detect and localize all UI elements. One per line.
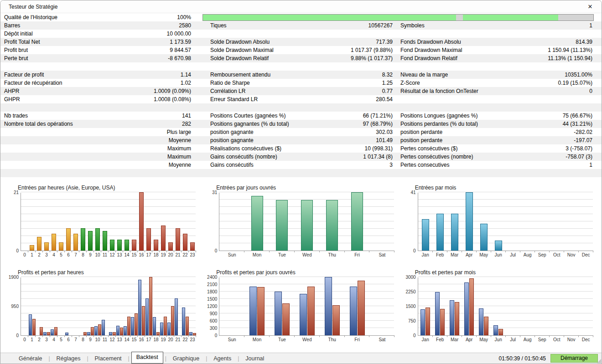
- x-axis-label: Jan: [418, 252, 433, 257]
- stat-label: Pertes consécutives (nombre): [400, 153, 473, 161]
- stats-cell: Résultat de la fonction OnTester0: [397, 87, 602, 95]
- stat-value: 1.0009 (0.09%): [154, 87, 191, 95]
- x-axis-label: Sep: [535, 252, 550, 257]
- stats-cell: position gagnante302.03: [199, 128, 397, 136]
- tab-divider: |: [87, 355, 88, 362]
- title-bar: Testeur de Stratégie ✕: [0, 0, 602, 13]
- stats-cell: [397, 95, 602, 103]
- x-axis-label: 11: [101, 252, 109, 257]
- stats-cell: [397, 30, 602, 38]
- stats-cell: Corrélation LR0.77: [199, 87, 397, 95]
- loss-bar: [120, 328, 123, 335]
- progress-segment: [203, 15, 456, 21]
- entries-bar: [59, 242, 63, 251]
- stat-value: 717.39: [376, 38, 393, 46]
- profit-bar: [350, 287, 357, 335]
- stat-label: Positions perdantes (% du total): [400, 120, 478, 128]
- plot-area: 0750150022503000JanFebMarAprMayJunJulAug…: [418, 277, 593, 336]
- x-axis-label: Tue: [270, 252, 295, 257]
- gridline: [418, 291, 593, 292]
- stats-cell: Réalisations consécutives ($)10 (998.31): [199, 144, 397, 153]
- loss-bar: [498, 329, 503, 336]
- stats-row: Nombre total des opérations282Positions …: [0, 120, 602, 128]
- stat-label: Erreur Standard LR: [210, 95, 258, 103]
- x-axis-label: Oct: [550, 252, 564, 257]
- stat-label: Gains consécutifs: [210, 161, 254, 169]
- axis-tick: [394, 335, 394, 337]
- x-axis-label: Fri: [345, 337, 370, 342]
- stats-row: Dépôt initial10 000.00: [0, 30, 602, 38]
- stat-value: 1.0008 (0.08%): [154, 95, 191, 103]
- gridline: [21, 192, 196, 192]
- x-axis-label: 10: [94, 252, 101, 257]
- stat-value: 0: [589, 87, 592, 95]
- stat-label: position gagnante: [210, 136, 254, 144]
- entries-bar: [95, 228, 100, 251]
- loss-bar: [83, 332, 87, 335]
- y-axis-label: 900: [202, 311, 217, 316]
- stat-value: 280.54: [376, 95, 393, 103]
- y-axis-label: 2250: [400, 289, 416, 294]
- stats-cell: Qualité de l'Historique100%: [0, 13, 199, 21]
- loss-bar: [484, 317, 488, 335]
- x-axis-label: 5: [57, 337, 65, 342]
- axis-tick: [593, 335, 593, 337]
- tab-réglages[interactable]: Réglages: [52, 354, 85, 363]
- stat-value: 10351.00%: [565, 71, 592, 79]
- stats-cell: Remboursement attendu8.32: [199, 71, 397, 79]
- x-axis-label: Aug: [520, 337, 535, 342]
- stat-label: Perte brut: [4, 54, 28, 62]
- chart-title: Profits et pertes par jours ouvrés: [216, 269, 400, 276]
- tab-journal[interactable]: Journal: [241, 354, 269, 363]
- x-axis-label: 0: [21, 252, 28, 257]
- stats-row: Moyenneposition gagnante101.49position p…: [0, 136, 602, 144]
- gridline: [219, 277, 394, 277]
- stats-row: [0, 169, 602, 177]
- loss-bar: [91, 327, 94, 335]
- tab-divider: |: [128, 355, 130, 362]
- profit-bar: [116, 326, 119, 335]
- stats-cell: Fond Drawdown Maximal1 150.94 (11.13%): [397, 46, 602, 54]
- stats-cell: Facteur de récupération1.02: [0, 79, 199, 87]
- y-axis-label: 0: [400, 248, 416, 253]
- plot-area: 0210123456789101112131415161718192021222…: [21, 193, 196, 251]
- stats-row: Profit brut9 844.57Solde Drawdown Maxima…: [0, 46, 602, 54]
- profit-bar: [29, 314, 32, 335]
- stats-cell: Moyenne: [0, 161, 199, 169]
- stat-value: 141: [182, 112, 191, 120]
- tab-graphique[interactable]: Graphique: [168, 354, 204, 363]
- gridline: [21, 228, 196, 229]
- loss-bar: [257, 287, 265, 335]
- gridline: [418, 284, 593, 284]
- stats-cell: Solde Drawdown Relatif9.88% (1 017.37): [199, 54, 397, 62]
- stats-cell: Solde Drawdown Maximal1 017.37 (9.88%): [199, 46, 397, 54]
- stat-value: 44 (31.21%): [563, 120, 592, 128]
- stat-value: 9.88% (1 017.37): [351, 54, 393, 62]
- tab-agents[interactable]: Agents: [209, 354, 236, 363]
- tab-backtest[interactable]: Backtest: [131, 352, 163, 364]
- start-button[interactable]: Démarrage: [550, 354, 598, 363]
- stats-cell: position perdante-282.02: [397, 128, 602, 136]
- x-axis-label: Apr: [462, 337, 477, 342]
- resize-grip-icon[interactable]: [597, 359, 601, 363]
- tab-placement[interactable]: Placement: [90, 354, 126, 363]
- gridline: [418, 199, 593, 200]
- stat-label: Positions Courtes (gagnées %): [210, 112, 285, 120]
- x-axis-label: 14: [123, 337, 130, 342]
- stat-label: Pertes consécutives ($): [400, 144, 457, 153]
- gridline: [21, 277, 196, 277]
- stats-cell: Fonds Drawdown Absolu814.39: [397, 38, 602, 46]
- profit-bar: [65, 333, 68, 335]
- loss-bar: [47, 332, 50, 335]
- y-axis-label: 1900: [3, 275, 19, 280]
- x-axis-label: 7: [72, 337, 79, 342]
- x-axis-label: 20: [167, 252, 174, 257]
- close-icon[interactable]: ✕: [585, 3, 595, 10]
- x-axis-label: Apr: [462, 252, 477, 257]
- x-axis-label: Sat: [369, 252, 394, 257]
- tab-générale[interactable]: Générale: [14, 354, 47, 363]
- stats-cell: [397, 62, 602, 71]
- history-quality-progressbar: [202, 14, 594, 21]
- x-axis-label: 22: [182, 337, 189, 342]
- stats-row: Facteur de profit1.14Remboursement atten…: [0, 71, 602, 79]
